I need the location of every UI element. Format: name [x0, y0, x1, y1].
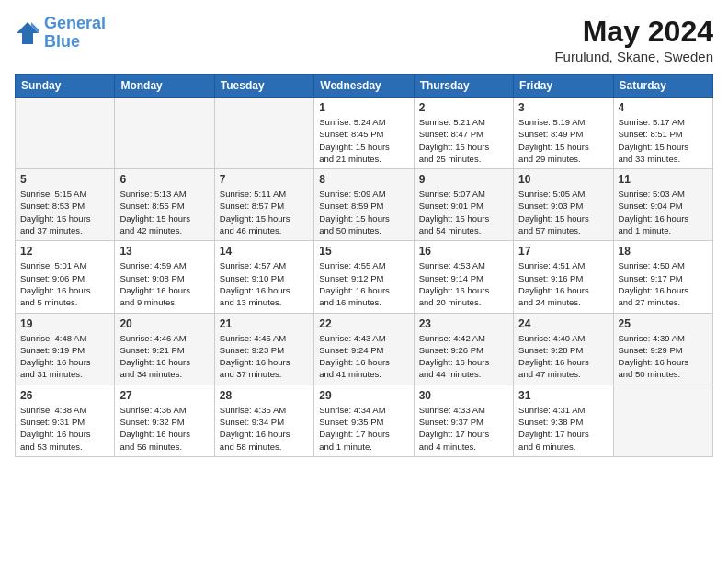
- weekday-header: Tuesday: [214, 75, 313, 98]
- logo-line2: Blue: [44, 32, 80, 51]
- day-number: 5: [20, 173, 109, 186]
- day-number: 7: [220, 173, 309, 186]
- calendar-cell: 4Sunrise: 5:17 AM Sunset: 8:51 PM Daylig…: [613, 98, 712, 169]
- calendar-cell: 2Sunrise: 5:21 AM Sunset: 8:47 PM Daylig…: [414, 98, 513, 169]
- weekday-header: Saturday: [613, 75, 712, 98]
- calendar-cell: 14Sunrise: 4:57 AM Sunset: 9:10 PM Dayli…: [214, 241, 313, 313]
- calendar-cell: [613, 385, 712, 456]
- day-info: Sunrise: 4:45 AM Sunset: 9:23 PM Dayligh…: [220, 332, 309, 381]
- calendar-cell: 18Sunrise: 4:50 AM Sunset: 9:17 PM Dayli…: [613, 241, 712, 313]
- day-info: Sunrise: 5:17 AM Sunset: 8:51 PM Dayligh…: [619, 116, 708, 165]
- weekday-header: Sunday: [16, 75, 115, 98]
- calendar-cell: [16, 98, 115, 169]
- day-number: 29: [319, 389, 408, 402]
- day-number: 27: [119, 389, 209, 402]
- day-info: Sunrise: 5:19 AM Sunset: 8:49 PM Dayligh…: [518, 116, 608, 165]
- day-number: 20: [119, 317, 209, 330]
- day-info: Sunrise: 4:48 AM Sunset: 9:19 PM Dayligh…: [20, 332, 109, 381]
- calendar-cell: 10Sunrise: 5:05 AM Sunset: 9:03 PM Dayli…: [514, 169, 613, 241]
- calendar-cell: [214, 98, 313, 169]
- day-number: 23: [419, 317, 508, 330]
- month-title: May 2024: [554, 15, 713, 49]
- day-info: Sunrise: 4:43 AM Sunset: 9:24 PM Dayligh…: [319, 332, 408, 381]
- calendar-cell: 29Sunrise: 4:34 AM Sunset: 9:35 PM Dayli…: [314, 385, 414, 456]
- day-info: Sunrise: 4:42 AM Sunset: 9:26 PM Dayligh…: [419, 332, 508, 381]
- calendar-cell: [115, 98, 214, 169]
- calendar-cell: 16Sunrise: 4:53 AM Sunset: 9:14 PM Dayli…: [414, 241, 513, 313]
- calendar-cell: 7Sunrise: 5:11 AM Sunset: 8:57 PM Daylig…: [214, 169, 313, 241]
- logo-text: General Blue: [44, 15, 106, 52]
- day-number: 4: [619, 101, 708, 114]
- day-info: Sunrise: 4:53 AM Sunset: 9:14 PM Dayligh…: [419, 259, 508, 308]
- calendar-cell: 25Sunrise: 4:39 AM Sunset: 9:29 PM Dayli…: [613, 313, 712, 385]
- calendar-cell: 26Sunrise: 4:38 AM Sunset: 9:31 PM Dayli…: [16, 385, 115, 456]
- calendar-cell: 12Sunrise: 5:01 AM Sunset: 9:06 PM Dayli…: [16, 241, 115, 313]
- calendar-cell: 23Sunrise: 4:42 AM Sunset: 9:26 PM Dayli…: [414, 313, 513, 385]
- day-info: Sunrise: 4:34 AM Sunset: 9:35 PM Dayligh…: [319, 404, 408, 453]
- day-info: Sunrise: 4:35 AM Sunset: 9:34 PM Dayligh…: [220, 404, 309, 453]
- calendar-week-row: 1Sunrise: 5:24 AM Sunset: 8:45 PM Daylig…: [16, 98, 713, 169]
- day-number: 6: [119, 173, 209, 186]
- logo: General Blue: [15, 15, 106, 52]
- day-number: 24: [518, 317, 608, 330]
- day-info: Sunrise: 4:50 AM Sunset: 9:17 PM Dayligh…: [619, 259, 708, 308]
- calendar-cell: 8Sunrise: 5:09 AM Sunset: 8:59 PM Daylig…: [314, 169, 414, 241]
- calendar-cell: 15Sunrise: 4:55 AM Sunset: 9:12 PM Dayli…: [314, 241, 414, 313]
- day-number: 3: [518, 101, 608, 114]
- day-info: Sunrise: 5:01 AM Sunset: 9:06 PM Dayligh…: [20, 259, 109, 308]
- calendar: SundayMondayTuesdayWednesdayThursdayFrid…: [15, 74, 713, 457]
- weekday-header: Thursday: [414, 75, 513, 98]
- calendar-week-row: 19Sunrise: 4:48 AM Sunset: 9:19 PM Dayli…: [16, 313, 713, 385]
- day-number: 2: [419, 101, 508, 114]
- weekday-header: Wednesday: [314, 75, 414, 98]
- weekday-header: Friday: [514, 75, 613, 98]
- day-info: Sunrise: 4:36 AM Sunset: 9:32 PM Dayligh…: [119, 404, 209, 453]
- day-info: Sunrise: 4:46 AM Sunset: 9:21 PM Dayligh…: [119, 332, 209, 381]
- day-number: 14: [220, 245, 309, 258]
- calendar-cell: 13Sunrise: 4:59 AM Sunset: 9:08 PM Dayli…: [115, 241, 214, 313]
- calendar-week-row: 5Sunrise: 5:15 AM Sunset: 8:53 PM Daylig…: [16, 169, 713, 241]
- calendar-cell: 27Sunrise: 4:36 AM Sunset: 9:32 PM Dayli…: [115, 385, 214, 456]
- day-number: 9: [419, 173, 508, 186]
- day-info: Sunrise: 5:05 AM Sunset: 9:03 PM Dayligh…: [518, 188, 608, 236]
- calendar-cell: 17Sunrise: 4:51 AM Sunset: 9:16 PM Dayli…: [514, 241, 613, 313]
- day-number: 22: [319, 317, 408, 330]
- day-number: 18: [619, 245, 708, 258]
- calendar-cell: 1Sunrise: 5:24 AM Sunset: 8:45 PM Daylig…: [314, 98, 414, 169]
- day-info: Sunrise: 5:24 AM Sunset: 8:45 PM Dayligh…: [319, 116, 408, 165]
- day-number: 30: [419, 389, 508, 402]
- title-block: May 2024 Furulund, Skane, Sweden: [554, 15, 713, 64]
- day-info: Sunrise: 4:55 AM Sunset: 9:12 PM Dayligh…: [319, 259, 408, 308]
- calendar-cell: 22Sunrise: 4:43 AM Sunset: 9:24 PM Dayli…: [314, 313, 414, 385]
- day-number: 26: [20, 389, 109, 402]
- day-info: Sunrise: 4:39 AM Sunset: 9:29 PM Dayligh…: [619, 332, 708, 381]
- weekday-header-row: SundayMondayTuesdayWednesdayThursdayFrid…: [16, 75, 713, 98]
- day-info: Sunrise: 4:40 AM Sunset: 9:28 PM Dayligh…: [518, 332, 608, 381]
- calendar-cell: 21Sunrise: 4:45 AM Sunset: 9:23 PM Dayli…: [214, 313, 313, 385]
- day-info: Sunrise: 5:11 AM Sunset: 8:57 PM Dayligh…: [220, 188, 309, 236]
- calendar-cell: 5Sunrise: 5:15 AM Sunset: 8:53 PM Daylig…: [16, 169, 115, 241]
- day-number: 1: [319, 101, 408, 114]
- day-info: Sunrise: 5:13 AM Sunset: 8:55 PM Dayligh…: [119, 188, 209, 236]
- weekday-header: Monday: [115, 75, 214, 98]
- day-number: 15: [319, 245, 408, 258]
- day-info: Sunrise: 4:33 AM Sunset: 9:37 PM Dayligh…: [419, 404, 508, 453]
- calendar-cell: 11Sunrise: 5:03 AM Sunset: 9:04 PM Dayli…: [613, 169, 712, 241]
- location: Furulund, Skane, Sweden: [554, 49, 713, 64]
- calendar-cell: 28Sunrise: 4:35 AM Sunset: 9:34 PM Dayli…: [214, 385, 313, 456]
- calendar-cell: 9Sunrise: 5:07 AM Sunset: 9:01 PM Daylig…: [414, 169, 513, 241]
- day-number: 16: [419, 245, 508, 258]
- day-number: 25: [619, 317, 708, 330]
- calendar-cell: 19Sunrise: 4:48 AM Sunset: 9:19 PM Dayli…: [16, 313, 115, 385]
- day-number: 13: [119, 245, 209, 258]
- day-number: 12: [20, 245, 109, 258]
- day-info: Sunrise: 4:59 AM Sunset: 9:08 PM Dayligh…: [119, 259, 209, 308]
- calendar-cell: 24Sunrise: 4:40 AM Sunset: 9:28 PM Dayli…: [514, 313, 613, 385]
- day-info: Sunrise: 4:51 AM Sunset: 9:16 PM Dayligh…: [518, 259, 608, 308]
- day-info: Sunrise: 5:03 AM Sunset: 9:04 PM Dayligh…: [619, 188, 708, 236]
- calendar-cell: 20Sunrise: 4:46 AM Sunset: 9:21 PM Dayli…: [115, 313, 214, 385]
- calendar-cell: 30Sunrise: 4:33 AM Sunset: 9:37 PM Dayli…: [414, 385, 513, 456]
- calendar-cell: 6Sunrise: 5:13 AM Sunset: 8:55 PM Daylig…: [115, 169, 214, 241]
- day-info: Sunrise: 4:38 AM Sunset: 9:31 PM Dayligh…: [20, 404, 109, 453]
- day-number: 17: [518, 245, 608, 258]
